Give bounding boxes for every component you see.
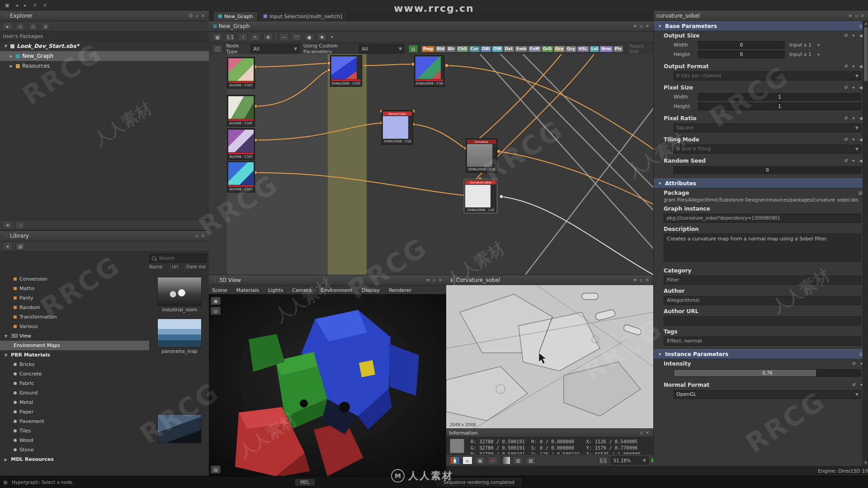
close-icon[interactable]: ×: [644, 277, 651, 283]
menu-camera[interactable]: Camera: [289, 287, 315, 293]
reset-icon[interactable]: ↺: [843, 63, 849, 70]
close-icon[interactable]: ×: [644, 430, 651, 436]
section-collapse-icon[interactable]: ▾: [657, 23, 662, 29]
close-icon[interactable]: ×: [859, 13, 866, 19]
histogram-icon[interactable]: ▥: [513, 456, 523, 465]
chevron-right-icon[interactable]: ▶: [9, 54, 14, 58]
library-item[interactable]: Concrete: [0, 369, 149, 379]
filter-chip[interactable]: Plx: [613, 46, 623, 52]
close-icon[interactable]: ×: [200, 233, 206, 239]
library-item[interactable]: Various: [0, 322, 149, 331]
menu-icon[interactable]: ≡: [425, 277, 431, 283]
dropdown-icon[interactable]: ▾: [816, 42, 821, 48]
env-map-thumbnail[interactable]: [157, 319, 202, 347]
dropdown-icon[interactable]: ▾: [851, 84, 856, 91]
library-item[interactable]: Paper: [0, 407, 149, 417]
filter-chip[interactable]: Lvl: [590, 46, 599, 52]
float-icon[interactable]: ▫: [638, 277, 644, 283]
column-date[interactable]: Date mo: [185, 264, 206, 272]
section-collapse-icon[interactable]: ▾: [657, 180, 662, 187]
tags-field[interactable]: Effect, normal: [664, 337, 861, 346]
graph-canvas[interactable]: 8x2048 - C32F 8x2048 - C32F 8x2048 - C32…: [209, 54, 653, 275]
filter-checkbox-icon[interactable]: □: [212, 45, 222, 53]
normal-format-dropdown[interactable]: OpenGL ▼: [674, 390, 861, 399]
gradient-ramp-icon[interactable]: [500, 456, 510, 465]
bitmap-node[interactable]: 8x2048 - C32F: [227, 128, 255, 160]
actual-size-button[interactable]: 1:1: [225, 33, 235, 41]
description-textarea[interactable]: Creates a curvature map from a normal ma…: [664, 234, 861, 262]
search-input[interactable]: [158, 255, 196, 261]
library-env-map-item[interactable]: [157, 414, 202, 443]
section-attributes[interactable]: ▾ Attributes: [654, 178, 868, 188]
new-package-icon[interactable]: ▤: [15, 22, 25, 30]
close-icon[interactable]: ×: [200, 13, 206, 19]
zoom-dropdown[interactable]: 51.18% ▼: [611, 456, 649, 465]
dropdown-icon[interactable]: ▾: [851, 158, 856, 164]
menu-display[interactable]: Display: [359, 287, 383, 293]
library-item[interactable]: Ground: [0, 388, 149, 398]
chevron-down-icon[interactable]: ▼: [4, 353, 8, 357]
reset-icon[interactable]: ↺: [851, 382, 857, 388]
info-icon[interactable]: i: [15, 221, 25, 229]
height-slider[interactable]: 0: [698, 51, 785, 58]
close-icon[interactable]: ×: [644, 23, 651, 29]
library-item[interactable]: Bricks: [0, 360, 149, 369]
background-checker-icon[interactable]: ▫: [462, 456, 472, 465]
dropdown-icon[interactable]: ▾: [851, 136, 856, 143]
link-style-curved-icon[interactable]: ◠: [292, 33, 302, 41]
library-item[interactable]: Stone: [0, 445, 149, 455]
menu-renderer[interactable]: Renderer: [386, 287, 415, 293]
column-url[interactable]: Url: [170, 264, 185, 272]
tree-item-new-graph[interactable]: ▶ New_Graph: [0, 51, 209, 61]
filter-chip[interactable]: FxM: [528, 46, 541, 52]
pixel-width-slider[interactable]: 1: [698, 93, 861, 101]
width-slider[interactable]: 0: [698, 41, 785, 49]
clear-view-icon[interactable]: ×: [488, 456, 498, 465]
intensity-slider[interactable]: 0.76: [674, 369, 861, 377]
width-input-mode[interactable]: Input x 1: [789, 42, 811, 48]
grid-icon[interactable]: ▦: [475, 456, 485, 465]
library-env-map-item[interactable]: panorama_map: [157, 319, 202, 354]
section-instance-parameters[interactable]: ▾ Instance Parameters ▤: [654, 349, 868, 359]
height-input-mode[interactable]: Input x 1: [789, 52, 811, 57]
viewport-target-icon[interactable]: ◎: [211, 307, 221, 315]
forward-icon[interactable]: ▸: [23, 2, 28, 9]
column-name[interactable]: Name: [149, 264, 170, 272]
view3d-viewport[interactable]: ▣ ◎ ▤: [209, 294, 446, 476]
library-item[interactable]: Conversion: [0, 274, 149, 284]
tiling-preview-icon[interactable]: ▧: [526, 456, 536, 465]
node-type-dropdown[interactable]: All▼: [250, 44, 300, 53]
library-folder-icon[interactable]: ▤: [15, 242, 25, 250]
tab-input-selection[interactable]: Input Selection[multi_switch]: [259, 11, 347, 21]
library-env-map-item[interactable]: industrial_room: [157, 277, 202, 312]
menu-icon[interactable]: ≡: [632, 23, 638, 29]
library-item[interactable]: Tiles: [0, 426, 149, 436]
library-item[interactable]: Maths: [0, 284, 149, 293]
link-style-straight-icon[interactable]: ─: [279, 33, 289, 41]
bitmap-node[interactable]: 8x2048 - C32F: [227, 161, 255, 192]
filter-chip[interactable]: Bld: [435, 46, 445, 52]
dropdown-icon[interactable]: ▾: [851, 33, 856, 39]
graph-instance-field[interactable]: pkg:///curvature_sobel?dependency=130698…: [664, 214, 861, 223]
app-menu-icon[interactable]: ▣: [4, 2, 10, 9]
library-category-pbr-materials[interactable]: ▼PBR Materials: [0, 350, 149, 360]
snap-grid-icon[interactable]: ▦: [212, 33, 222, 41]
filter-chip[interactable]: Emb: [515, 46, 528, 52]
dot-node-icon[interactable]: ●: [304, 33, 314, 41]
library-item[interactable]: Random: [0, 303, 149, 312]
properties-scrollbar[interactable]: ▲ ▼: [863, 21, 868, 466]
filter-color-icon[interactable]: ▧: [408, 45, 418, 53]
reset-icon[interactable]: ↺: [843, 158, 849, 164]
filter-chip[interactable]: Blr: [447, 46, 456, 52]
filter-chip[interactable]: Cur: [469, 46, 480, 52]
category-field[interactable]: Filter: [664, 276, 861, 285]
curvature-node[interactable]: Curvature 2048x2048 - C16: [466, 138, 497, 173]
filter-chip[interactable]: Gra: [554, 46, 565, 52]
close-tool-icon[interactable]: ×: [42, 2, 48, 9]
library-item[interactable]: Panty: [0, 293, 149, 303]
dock-icon[interactable]: ⊟: [187, 13, 193, 19]
dropdown-icon[interactable]: ▾: [851, 115, 856, 122]
section-base-parameters[interactable]: ▾ Base Parameters ▤: [654, 21, 868, 31]
bitmap-node[interactable]: 8x2048 - C32F: [227, 57, 255, 89]
library-filter-icon[interactable]: ▾: [3, 242, 13, 250]
